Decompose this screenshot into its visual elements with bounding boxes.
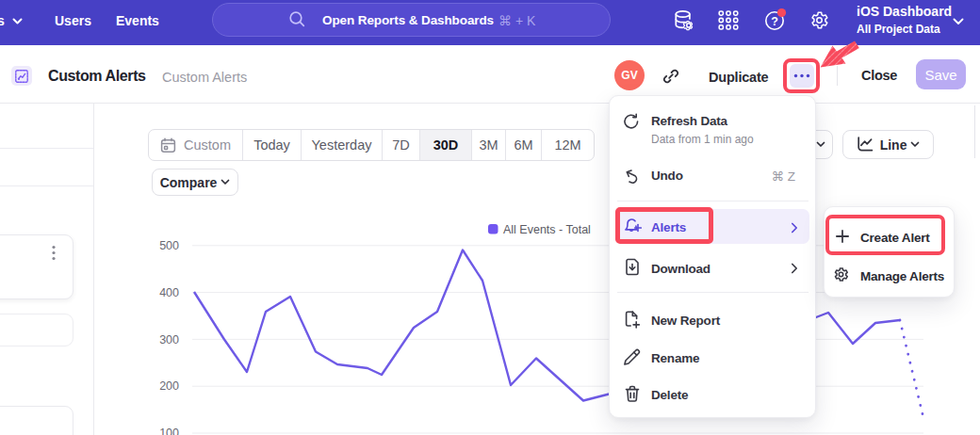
svg-text:?: ? — [771, 15, 778, 28]
svg-text:200: 200 — [159, 379, 179, 393]
svg-text:All Events - Total: All Events - Total — [503, 223, 591, 236]
svg-text:500: 500 — [159, 239, 179, 252]
svg-text:400: 400 — [159, 286, 179, 299]
svg-text:300: 300 — [159, 333, 179, 346]
svg-text:100: 100 — [159, 427, 179, 435]
